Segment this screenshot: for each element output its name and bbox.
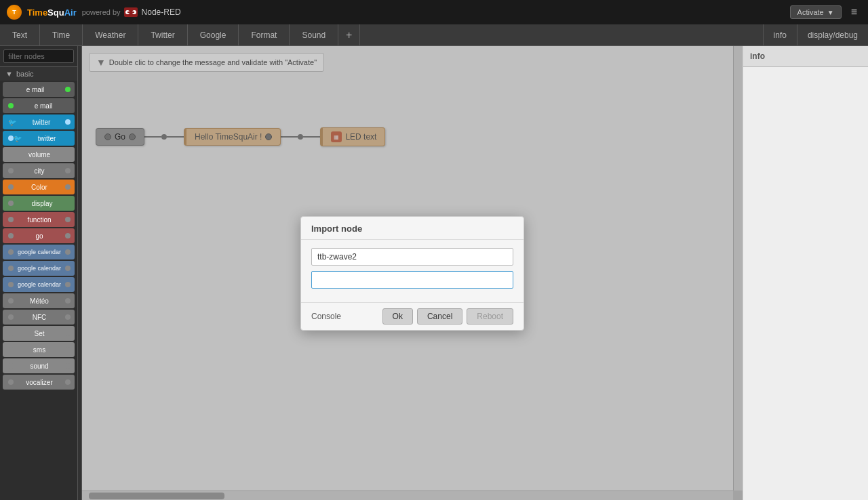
tab-twitter[interactable]: Twitter (138, 24, 187, 45)
sidebar-node-meteo[interactable]: Météo (3, 293, 75, 308)
sidebar-node-display[interactable]: display (3, 196, 75, 211)
port-left (8, 233, 14, 238)
modal-overlay: Import node Console Ok Cancel Reboot (82, 46, 743, 500)
topbar-left: T TimeSquAir powered by Node-RED (7, 5, 181, 20)
sidebar-node-go[interactable]: go (3, 228, 75, 243)
sidebar: ▼ basic e mail e mail 🐦 twitter 🐦 twitte… (0, 46, 78, 500)
port-left (8, 266, 14, 271)
port-left (8, 331, 14, 336)
tab-info[interactable]: info (763, 24, 797, 45)
topbar-right: Activate ▼ ≡ (790, 4, 861, 20)
port-right (65, 266, 71, 271)
console-label: Console (311, 312, 341, 321)
info-panel-header: info (743, 46, 868, 67)
sidebar-search-container (0, 46, 77, 67)
modal-footer: Console Ok Cancel Reboot (301, 302, 524, 330)
port-right (65, 379, 71, 385)
tab-google[interactable]: Google (188, 24, 239, 45)
port-left (8, 314, 14, 320)
port-right (65, 314, 71, 320)
port-left (8, 379, 14, 385)
cancel-button[interactable]: Cancel (417, 308, 462, 325)
tab-text[interactable]: Text (0, 24, 40, 45)
tab-display-debug[interactable]: display/debug (797, 24, 868, 45)
import-node-dialog: Import node Console Ok Cancel Reboot (300, 216, 524, 331)
port-left (8, 282, 14, 287)
port-right (65, 298, 71, 304)
sidebar-node-twitter-out[interactable]: 🐦 twitter (3, 114, 75, 129)
modal-title: Import node (301, 217, 524, 240)
app-title: TimeSquAir (27, 7, 77, 18)
port-right (65, 363, 71, 369)
port-left (8, 184, 14, 190)
tab-weather[interactable]: Weather (83, 24, 138, 45)
sidebar-node-email-in[interactable]: e mail (3, 98, 75, 113)
twitter-icon2: 🐦 (14, 135, 22, 142)
ok-button[interactable]: Ok (382, 308, 413, 325)
sidebar-node-email-out[interactable]: e mail (3, 82, 75, 97)
sidebar-node-volume[interactable]: volume (3, 147, 75, 162)
sidebar-node-nfc[interactable]: NFC (3, 310, 75, 325)
tab-format[interactable]: Format (239, 24, 290, 45)
port-left (8, 201, 14, 206)
sidebar-node-set[interactable]: Set (3, 326, 75, 341)
canvas-area: ▼ Double clic to change the message and … (82, 46, 743, 500)
port-right (65, 282, 71, 287)
port-right (65, 331, 71, 336)
port-right (65, 249, 71, 255)
twitter-icon: 🐦 (8, 119, 16, 126)
sidebar-node-color[interactable]: Color (3, 180, 75, 194)
info-panel: info (743, 46, 868, 500)
sidebar-node-city[interactable]: city (3, 163, 75, 178)
sidebar-node-gcal2[interactable]: google calendar (3, 261, 75, 276)
nodered-icon (124, 7, 138, 17)
nodered-label: Node-RED (142, 7, 181, 17)
port-left (8, 136, 14, 141)
port-left (8, 363, 14, 369)
port-right (65, 87, 71, 92)
activate-button[interactable]: Activate ▼ (790, 5, 842, 19)
import-node-field2[interactable] (311, 271, 513, 289)
import-node-field1[interactable] (311, 248, 513, 266)
tabbar: Text Time Weather Twitter Google Format … (0, 24, 868, 46)
tab-add-button[interactable]: + (338, 24, 360, 45)
sidebar-node-function[interactable]: function (3, 212, 75, 227)
port-left (8, 103, 14, 108)
port-right (65, 119, 71, 125)
sidebar-node-gcal1[interactable]: google calendar (3, 245, 75, 259)
powered-by-label: powered by Node-RED (82, 7, 181, 17)
topbar: T TimeSquAir powered by Node-RED Activat… (0, 0, 868, 24)
port-left (8, 168, 14, 173)
port-right (65, 184, 71, 190)
port-right (65, 233, 71, 238)
tab-time[interactable]: Time (40, 24, 83, 45)
search-input[interactable] (3, 49, 74, 63)
port-right (65, 217, 71, 222)
sidebar-group-basic[interactable]: ▼ basic (0, 67, 77, 81)
port-left (8, 217, 14, 222)
modal-body (301, 240, 524, 302)
port-right (65, 347, 71, 352)
sidebar-node-vocalizer[interactable]: vocalizer (3, 375, 75, 390)
nodered-logo: Node-RED (124, 7, 181, 17)
tab-info-group: info display/debug (763, 24, 868, 45)
port-right (65, 168, 71, 173)
main-area: ▼ basic e mail e mail 🐦 twitter 🐦 twitte… (0, 46, 868, 500)
tab-sound[interactable]: Sound (290, 24, 338, 45)
port-left (8, 347, 14, 352)
sidebar-node-gcal3[interactable]: google calendar (3, 277, 75, 292)
sidebar-node-twitter-in[interactable]: 🐦 twitter (3, 131, 75, 146)
hamburger-button[interactable]: ≡ (847, 4, 861, 20)
app-logo: T (7, 5, 22, 20)
sidebar-node-sms[interactable]: sms (3, 342, 75, 357)
reboot-button[interactable]: Reboot (467, 308, 513, 325)
port-left (8, 152, 14, 157)
port-right (65, 152, 71, 157)
sidebar-node-sound[interactable]: sound (3, 358, 75, 373)
port-left (8, 249, 14, 255)
port-left (8, 298, 14, 304)
